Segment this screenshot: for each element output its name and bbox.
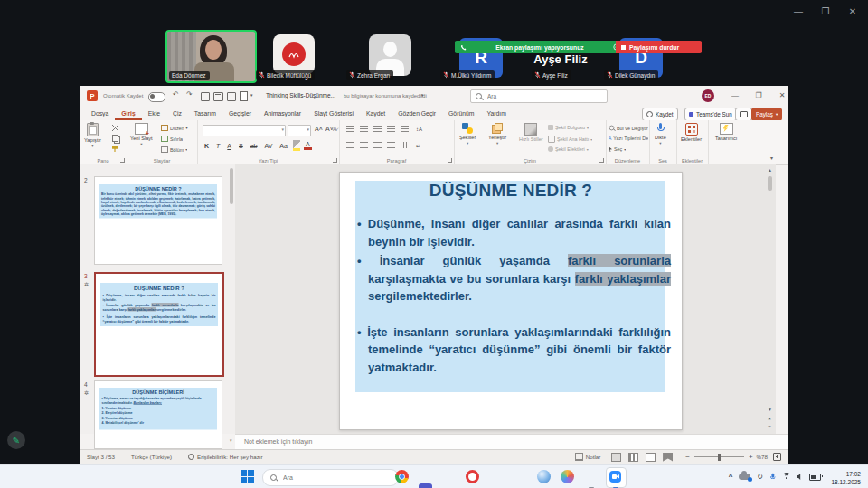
zoom-in-icon[interactable]: + <box>749 453 753 461</box>
tab-gozden-gecir[interactable]: Gözden Geçir <box>392 106 442 120</box>
zoom-percentage[interactable]: %78 <box>757 454 768 460</box>
select-button[interactable]: Seç▾ <box>609 146 626 152</box>
ppt-minimize-button[interactable]: — <box>725 89 745 102</box>
taskbar-clock[interactable]: 17:02 18.12.2025 <box>831 470 861 487</box>
start-button[interactable] <box>241 470 254 483</box>
decrease-indent-icon[interactable] <box>373 126 382 132</box>
notes-pane[interactable]: ▾ Not eklemek için tıklayın <box>235 434 788 450</box>
zoom-out-icon[interactable]: − <box>685 453 690 461</box>
scroll-down-icon[interactable]: ▼ <box>768 407 772 412</box>
smartart-convert-button[interactable]: ⇄ <box>414 143 421 148</box>
share-button[interactable]: Paylaş ▾ <box>751 108 782 121</box>
opera-icon[interactable] <box>466 470 479 483</box>
grow-font-button[interactable]: A˄ <box>313 126 325 132</box>
qat-dropdown-icon[interactable]: ▾ <box>250 92 253 98</box>
edge-browser-icon[interactable] <box>537 470 551 483</box>
zoom-slider[interactable] <box>694 456 744 457</box>
taskbar-search-input[interactable] <box>281 474 391 482</box>
fit-to-window-icon[interactable] <box>773 453 781 461</box>
scrollbar-thumb[interactable] <box>768 176 772 191</box>
ppt-close-button[interactable]: ✕ <box>772 89 792 102</box>
sync-icon[interactable]: ↻ <box>757 473 763 481</box>
replace-fonts-button[interactable]: A Yazı Tiplerini Değiştir <box>609 136 648 141</box>
justify-icon[interactable] <box>387 142 395 148</box>
collapse-ribbon-icon[interactable]: ▾ <box>770 155 773 161</box>
numbered-list-icon[interactable] <box>360 126 368 132</box>
zoom-restore-button[interactable]: ❐ <box>816 4 835 18</box>
highlight-color-button[interactable] <box>293 140 300 151</box>
drawing-dialog-launcher-icon[interactable] <box>599 158 604 163</box>
font-color-button[interactable]: A <box>304 141 312 150</box>
redo-icon[interactable]: ↷ <box>186 90 193 99</box>
ppt-search-input[interactable] <box>486 92 602 100</box>
battery-icon[interactable] <box>809 474 821 481</box>
align-center-icon[interactable] <box>360 142 368 148</box>
teams-icon[interactable] <box>419 483 432 488</box>
cut-icon[interactable] <box>112 125 118 131</box>
zoom-taskbar-icon-active[interactable] <box>606 467 627 488</box>
accessibility-status[interactable]: Erişilebilirlik: Her şey hazır <box>197 454 263 460</box>
addins-button[interactable]: Eklentiler <box>681 123 702 142</box>
tray-expand-icon[interactable]: ^ <box>729 473 733 481</box>
save-icon[interactable] <box>201 92 210 101</box>
record-button[interactable]: Kaydet <box>642 108 678 121</box>
notes-toggle[interactable]: Notlar <box>586 454 601 460</box>
new-slide-button[interactable]: Yeni Slayt ▾ <box>130 123 153 146</box>
tab-kaydet[interactable]: Kaydet <box>360 106 392 120</box>
volume-icon[interactable] <box>797 474 803 480</box>
slide-title[interactable]: DÜŞÜNME NEDİR ? <box>340 181 682 201</box>
save-status-dropdown-icon[interactable]: ▾ <box>421 92 424 98</box>
tab-gorunum[interactable]: Görünüm <box>442 106 480 120</box>
previous-slide-icon[interactable]: ⏶ <box>768 416 771 422</box>
tab-dosya[interactable]: Dosya <box>85 106 115 120</box>
onedrive-icon[interactable] <box>739 474 750 480</box>
columns-icon[interactable] <box>401 142 409 148</box>
italic-button[interactable]: T <box>214 143 222 149</box>
bold-button[interactable]: K <box>203 143 211 149</box>
layout-button[interactable]: Düzen▾ <box>161 125 188 131</box>
strikethrough-button[interactable]: S <box>237 143 245 149</box>
scroll-up-icon[interactable]: ▲ <box>768 167 772 173</box>
language-status[interactable]: Türkçe (Türkiye) <box>131 454 172 460</box>
slide-scrollbar[interactable]: ▲ ▼ ⏶ ⏷ <box>766 164 774 434</box>
copilot-icon[interactable] <box>561 470 574 483</box>
text-direction-button[interactable]: ↕A <box>414 127 424 132</box>
notes-splitter-icon[interactable]: ▾ <box>230 437 232 443</box>
annotate-button[interactable]: ✎ <box>7 431 25 449</box>
shapes-button[interactable]: Şekiller ▾ <box>459 123 476 145</box>
slide-thumbnail-2[interactable]: DÜŞÜNME NEDİR ? Bir konu üzerinde akıl y… <box>94 176 222 265</box>
reset-button[interactable]: Sıfırla <box>161 136 183 142</box>
video-tile-bilecik[interactable] <box>273 34 315 74</box>
font-dialog-launcher-icon[interactable] <box>333 158 337 163</box>
video-tile-ayse[interactable]: Ayşe Filiz <box>511 52 610 66</box>
zoom-slider-thumb[interactable] <box>718 454 721 461</box>
line-spacing-icon[interactable] <box>401 126 409 132</box>
dictate-button[interactable]: Dikte ▾ <box>655 123 666 145</box>
paragraph-dialog-launcher-icon[interactable] <box>448 158 452 163</box>
zoom-close-button[interactable]: ✕ <box>843 4 863 18</box>
document-title[interactable]: Thinking Skills-Düşünme... <box>266 92 335 99</box>
shape-fill-button[interactable]: Şekil Dolgusu▾ <box>548 125 589 130</box>
stop-share-button[interactable]: Paylaşımı durdur <box>616 41 702 53</box>
print-preview-icon[interactable] <box>213 92 223 101</box>
clear-format-button[interactable]: A̷ <box>331 126 339 132</box>
tab-ciz[interactable]: Çiz <box>166 106 188 120</box>
tab-ekle[interactable]: Ekle <box>142 106 166 120</box>
slide-counter[interactable]: Slayt 3 / 53 <box>87 454 115 460</box>
chrome-icon[interactable] <box>395 470 409 483</box>
slide-thumbnail-3-selected[interactable]: DÜŞÜNME NEDİR ? • Düşünme, insanı diğer … <box>94 272 224 377</box>
tab-animasyonlar[interactable]: Animasyonlar <box>258 106 307 120</box>
font-name-combo[interactable] <box>203 125 286 136</box>
current-slide[interactable]: DÜŞÜNME NEDİR ? Düşünme, insanı diğer ca… <box>339 172 683 430</box>
char-spacing-button[interactable]: ab <box>249 143 259 149</box>
paste-button[interactable]: Yapıştır ▾ <box>84 123 101 148</box>
slide-body[interactable]: Düşünme, insanı diğer canlılar arasında … <box>353 215 671 378</box>
new-document-icon[interactable] <box>240 91 248 101</box>
tab-yardim[interactable]: Yardım <box>480 106 512 120</box>
taskbar-search[interactable] <box>262 469 399 486</box>
reading-view-icon[interactable] <box>646 453 656 462</box>
format-painter-icon[interactable] <box>112 146 118 152</box>
save-status[interactable]: bu bilgisayar konumuna kaydedildi <box>344 93 427 99</box>
zoom-minimize-button[interactable]: — <box>788 4 808 18</box>
underline-button[interactable]: A <box>225 143 233 149</box>
